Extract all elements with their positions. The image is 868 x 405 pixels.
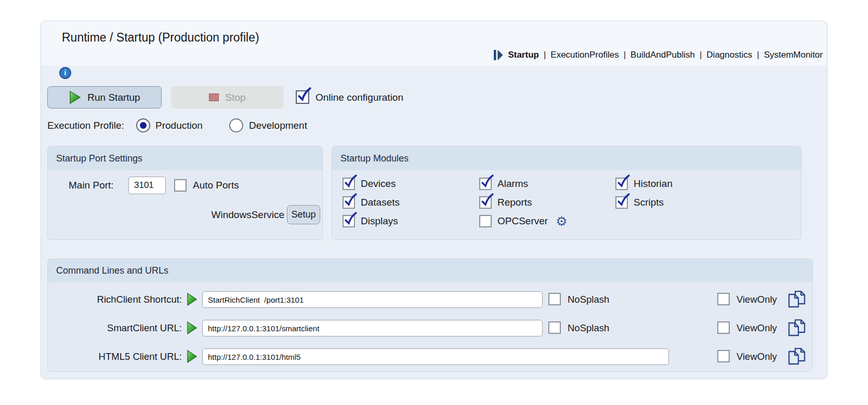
auto-ports-label: Auto Ports <box>193 177 239 194</box>
module-scripts: Scripts <box>615 196 673 209</box>
windows-service-setup-button[interactable]: Setup <box>287 205 320 224</box>
module-datasets: Datasets <box>343 196 400 209</box>
module-alarms: Alarms <box>479 178 568 190</box>
tab-buildandpublish[interactable]: BuildAndPublish <box>630 50 695 60</box>
devices-label: Devices <box>361 178 396 190</box>
historian-label: Historian <box>634 178 673 190</box>
module-reports: Reports <box>479 196 568 209</box>
stop-button: Stop <box>171 86 284 109</box>
richclient-copy-icon[interactable] <box>788 291 807 310</box>
page-title: Runtime / Startup (Production profile) <box>62 31 259 45</box>
command-lines-title: Command Lines and URLs <box>48 259 812 282</box>
html5-client-url-input[interactable] <box>202 348 669 365</box>
tab-separator: | <box>757 50 759 60</box>
opcserver-label: OPCServer <box>497 215 548 227</box>
tab-diagnostics[interactable]: Diagnostics <box>706 50 752 60</box>
datasets-label: Datasets <box>361 197 400 208</box>
tab-separator: | <box>624 50 626 60</box>
tab-separator: | <box>700 50 702 60</box>
main-port-row: Main Port: Auto Ports <box>48 177 322 194</box>
online-configuration-label: Online configuration <box>315 86 403 109</box>
opcserver-gear-icon[interactable]: ⚙ <box>556 215 567 227</box>
tab-startup[interactable]: Startup <box>508 50 539 60</box>
richclient-run-icon[interactable] <box>187 292 198 308</box>
radio-development-label: Development <box>249 118 307 133</box>
smartclient-url-label: SmartClient URL: <box>48 319 182 337</box>
alarms-checkbox[interactable] <box>479 178 492 190</box>
html5-client-url-label: HTML5 Client URL: <box>48 348 182 366</box>
richclient-viewonly-label: ViewOnly <box>737 291 777 308</box>
tab-executionprofiles[interactable]: ExecutionProfiles <box>550 50 619 60</box>
auto-ports-checkbox[interactable] <box>174 179 187 192</box>
devices-checkbox[interactable] <box>343 178 355 190</box>
execution-profile-label: Execution Profile: <box>47 118 124 133</box>
command-lines-panel: Command Lines and URLs RichClient Shortc… <box>47 259 813 372</box>
modules-column-3: Historian Scripts <box>615 178 673 215</box>
radio-production[interactable] <box>136 118 150 132</box>
datasets-checkbox[interactable] <box>343 196 355 209</box>
modules-column-2: Alarms Reports OPCServer ⚙ <box>479 178 568 234</box>
html5client-row: HTML5 Client URL: ViewOnly <box>48 348 812 366</box>
startup-port-settings-title: Startup Port Settings <box>48 146 322 170</box>
startup-nav-icon <box>493 49 503 61</box>
run-startup-button[interactable]: Run Startup <box>47 86 162 109</box>
reports-label: Reports <box>497 197 532 208</box>
radio-development[interactable] <box>229 118 243 132</box>
smartclient-url-input[interactable] <box>202 320 543 336</box>
startup-port-settings-panel: Startup Port Settings Main Port: Auto Po… <box>47 146 323 240</box>
richclient-nosplash-label: NoSplash <box>568 291 609 308</box>
html5-run-icon[interactable] <box>187 349 198 366</box>
stop-label: Stop <box>225 92 245 103</box>
module-opcserver: OPCServer ⚙ <box>479 215 568 227</box>
scripts-label: Scripts <box>634 197 664 208</box>
richclient-shortcut-input[interactable] <box>202 291 543 308</box>
main-port-label: Main Port: <box>69 177 114 194</box>
richclient-shortcut-label: RichClient Shortcut: <box>48 291 182 308</box>
module-devices: Devices <box>343 178 400 190</box>
smartclient-viewonly-label: ViewOnly <box>737 319 777 337</box>
startup-modules-title: Startup Modules <box>332 146 801 170</box>
module-displays: Displays <box>343 215 400 227</box>
modules-column-1: Devices Datasets Displays <box>343 178 400 234</box>
play-icon <box>69 90 81 104</box>
windows-service-label: WindowsService <box>201 205 284 224</box>
richclient-row: RichClient Shortcut: NoSplash ViewOnly <box>48 291 812 308</box>
reports-checkbox[interactable] <box>479 196 492 209</box>
richclient-nosplash-checkbox[interactable] <box>548 293 561 305</box>
module-historian: Historian <box>615 178 673 190</box>
startup-modules-panel: Startup Modules Devices Datasets Display… <box>332 146 801 240</box>
smartclient-nosplash-label: NoSplash <box>568 319 609 337</box>
run-startup-label: Run Startup <box>87 92 140 103</box>
displays-checkbox[interactable] <box>343 215 355 227</box>
online-configuration-checkbox[interactable] <box>296 90 309 104</box>
runtime-startup-card: Runtime / Startup (Production profile) S… <box>41 21 827 379</box>
scripts-checkbox[interactable] <box>615 196 628 209</box>
historian-checkbox[interactable] <box>615 178 628 190</box>
html5-copy-icon[interactable] <box>788 348 807 367</box>
tab-separator: | <box>544 50 546 60</box>
html5-viewonly-label: ViewOnly <box>737 348 777 366</box>
windows-service-row: WindowsService Setup <box>48 205 322 224</box>
alarms-label: Alarms <box>497 178 528 190</box>
smartclient-run-icon[interactable] <box>187 321 198 337</box>
html5-viewonly-checkbox[interactable] <box>717 350 730 362</box>
smartclient-row: SmartClient URL: NoSplash ViewOnly <box>48 319 812 337</box>
displays-label: Displays <box>361 215 398 227</box>
radio-production-label: Production <box>155 118 203 133</box>
richclient-viewonly-checkbox[interactable] <box>717 293 730 305</box>
info-icon[interactable]: i <box>59 67 71 79</box>
main-port-input[interactable] <box>128 177 166 194</box>
smartclient-nosplash-checkbox[interactable] <box>548 321 561 334</box>
stop-icon <box>209 93 219 101</box>
smartclient-viewonly-checkbox[interactable] <box>717 321 730 334</box>
tab-systemmonitor[interactable]: SystemMonitor <box>764 50 823 60</box>
opcserver-checkbox[interactable] <box>479 215 492 227</box>
tab-bar: Startup | ExecutionProfiles | BuildAndPu… <box>493 49 823 61</box>
smartclient-copy-icon[interactable] <box>788 319 807 339</box>
